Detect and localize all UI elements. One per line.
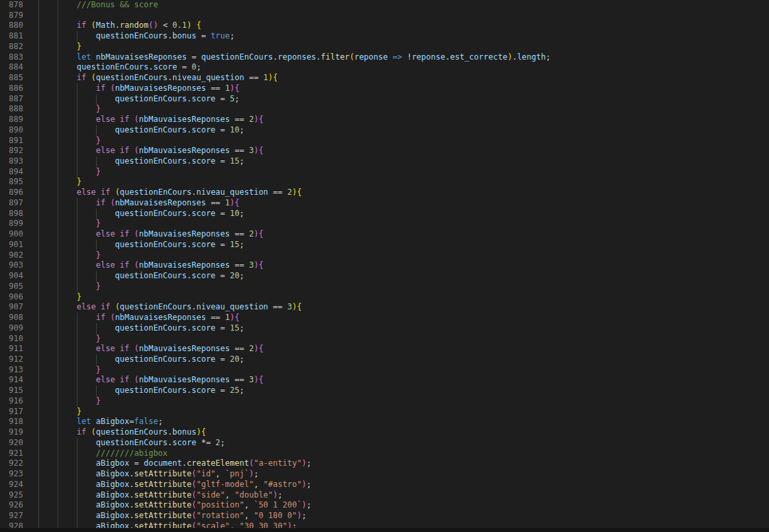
- code-line[interactable]: 899 }: [0, 219, 769, 229]
- line-number[interactable]: 889: [0, 115, 38, 125]
- line-number[interactable]: 895: [0, 177, 38, 187]
- line-number[interactable]: 926: [0, 500, 38, 511]
- code-text[interactable]: aBigbox.setAttribute("side", "double");: [38, 490, 769, 501]
- line-number[interactable]: 880: [0, 21, 38, 31]
- code-text[interactable]: }: [38, 104, 769, 115]
- code-text[interactable]: else if (nbMauvaisesReponses == 2){: [38, 344, 769, 354]
- code-text[interactable]: else if (nbMauvaisesReponses == 2){: [38, 229, 769, 240]
- line-number[interactable]: 900: [0, 229, 38, 240]
- code-line[interactable]: 920 questionEnCours.score *= 2;: [0, 438, 769, 449]
- code-line[interactable]: 885 if (questionEnCours.niveau_question …: [0, 73, 769, 83]
- code-text[interactable]: else if (nbMauvaisesReponses == 2){: [38, 115, 769, 125]
- code-text[interactable]: }: [38, 292, 769, 303]
- code-editor[interactable]: 878 ///Bonus && score879880 if (Math.ran…: [0, 0, 769, 532]
- code-text[interactable]: }: [38, 177, 769, 187]
- code-text[interactable]: aBigbox.setAttribute("position", `50 1 2…: [38, 500, 769, 511]
- line-number[interactable]: 911: [0, 344, 38, 354]
- code-text[interactable]: else if (nbMauvaisesReponses == 3){: [38, 146, 769, 156]
- code-line[interactable]: 922 aBigbox = document.createElement("a-…: [0, 458, 769, 469]
- code-line[interactable]: 918 let aBigbox=false;: [0, 417, 769, 427]
- code-text[interactable]: questionEnCours.score = 15;: [38, 240, 769, 250]
- line-number[interactable]: 903: [0, 260, 38, 271]
- code-line[interactable]: 923 aBigbox.setAttribute("id", `pnj`);: [0, 469, 769, 480]
- code-line[interactable]: 910 }: [0, 334, 769, 345]
- code-text[interactable]: aBigbox.setAttribute("id", `pnj`);: [38, 469, 769, 480]
- code-line[interactable]: 914 else if (nbMauvaisesReponses == 3){: [0, 375, 769, 386]
- code-line[interactable]: 887 questionEnCours.score = 5;: [0, 94, 769, 105]
- code-text[interactable]: questionEnCours.score = 0;: [38, 62, 769, 73]
- code-line[interactable]: 888 }: [0, 104, 769, 115]
- code-line[interactable]: 915 questionEnCours.score = 25;: [0, 386, 769, 396]
- code-line[interactable]: 916 }: [0, 396, 769, 407]
- line-number[interactable]: 882: [0, 42, 38, 52]
- code-line[interactable]: 890 questionEnCours.score = 10;: [0, 125, 769, 136]
- code-line[interactable]: 912 questionEnCours.score = 20;: [0, 354, 769, 365]
- line-number[interactable]: 896: [0, 187, 38, 198]
- code-text[interactable]: }: [38, 219, 769, 229]
- line-number[interactable]: 891: [0, 136, 38, 146]
- code-line[interactable]: 921 ////////abigbox: [0, 449, 769, 459]
- code-line[interactable]: 927 aBigbox.setAttribute("rotation", "0 …: [0, 511, 769, 521]
- line-number[interactable]: 893: [0, 156, 38, 167]
- line-number[interactable]: 916: [0, 396, 38, 407]
- line-number[interactable]: 914: [0, 375, 38, 386]
- code-text[interactable]: [38, 11, 769, 21]
- code-line[interactable]: 902 }: [0, 250, 769, 261]
- code-text[interactable]: else if (questionEnCours.niveau_question…: [38, 302, 769, 313]
- line-number[interactable]: 897: [0, 198, 38, 209]
- line-number[interactable]: 890: [0, 125, 38, 136]
- line-number[interactable]: 888: [0, 104, 38, 115]
- code-line[interactable]: 880 if (Math.random() < 0.1) {: [0, 21, 769, 31]
- code-line[interactable]: 894 }: [0, 167, 769, 178]
- code-line[interactable]: 886 if (nbMauvaisesReponses == 1){: [0, 83, 769, 94]
- code-text[interactable]: questionEnCours.score = 10;: [38, 209, 769, 219]
- code-line[interactable]: 897 if (nbMauvaisesReponses == 1){: [0, 198, 769, 209]
- code-line[interactable]: 900 else if (nbMauvaisesReponses == 2){: [0, 229, 769, 240]
- code-line[interactable]: 925 aBigbox.setAttribute("side", "double…: [0, 490, 769, 501]
- line-number[interactable]: 927: [0, 511, 38, 521]
- code-line[interactable]: 906 }: [0, 292, 769, 303]
- code-text[interactable]: }: [38, 167, 769, 178]
- code-text[interactable]: questionEnCours.score = 15;: [38, 156, 769, 167]
- code-text[interactable]: questionEnCours.score *= 2;: [38, 438, 769, 449]
- code-line[interactable]: 919 if (questionEnCours.bonus){: [0, 427, 769, 438]
- line-number[interactable]: 918: [0, 417, 38, 427]
- code-line[interactable]: 884 questionEnCours.score = 0;: [0, 62, 769, 73]
- code-text[interactable]: }: [38, 136, 769, 146]
- code-text[interactable]: }: [38, 396, 769, 407]
- code-text[interactable]: ///Bonus && score: [38, 0, 769, 11]
- code-line[interactable]: 913 }: [0, 365, 769, 376]
- horizontal-scrollbar[interactable]: [0, 528, 769, 532]
- code-line[interactable]: 903 else if (nbMauvaisesReponses == 3){: [0, 260, 769, 271]
- code-line[interactable]: 904 questionEnCours.score = 20;: [0, 271, 769, 282]
- line-number[interactable]: 921: [0, 449, 38, 459]
- line-number[interactable]: 925: [0, 490, 38, 501]
- code-text[interactable]: }: [38, 42, 769, 52]
- line-number[interactable]: 883: [0, 52, 38, 63]
- line-number[interactable]: 899: [0, 219, 38, 229]
- code-line[interactable]: 895 }: [0, 177, 769, 187]
- code-line[interactable]: 889 else if (nbMauvaisesReponses == 2){: [0, 115, 769, 125]
- line-number[interactable]: 898: [0, 209, 38, 219]
- code-text[interactable]: if (nbMauvaisesReponses == 1){: [38, 198, 769, 209]
- code-line[interactable]: 891 }: [0, 136, 769, 146]
- code-line[interactable]: 905 }: [0, 282, 769, 292]
- code-text[interactable]: questionEnCours.score = 25;: [38, 386, 769, 396]
- code-line[interactable]: 892 else if (nbMauvaisesReponses == 3){: [0, 146, 769, 156]
- code-text[interactable]: else if (nbMauvaisesReponses == 3){: [38, 260, 769, 271]
- line-number[interactable]: 887: [0, 94, 38, 105]
- code-line[interactable]: 909 questionEnCours.score = 15;: [0, 323, 769, 334]
- code-text[interactable]: questionEnCours.score = 5;: [38, 94, 769, 105]
- code-text[interactable]: let nbMauvaisesReponses = questionEnCour…: [38, 52, 769, 63]
- line-number[interactable]: 901: [0, 240, 38, 250]
- line-number[interactable]: 884: [0, 62, 38, 73]
- line-number[interactable]: 919: [0, 427, 38, 438]
- code-text[interactable]: }: [38, 365, 769, 376]
- code-line[interactable]: 881 questionEnCours.bonus = true;: [0, 31, 769, 42]
- line-number[interactable]: 912: [0, 354, 38, 365]
- code-line[interactable]: 893 questionEnCours.score = 15;: [0, 156, 769, 167]
- line-number[interactable]: 915: [0, 386, 38, 396]
- line-number[interactable]: 908: [0, 313, 38, 323]
- code-text[interactable]: let aBigbox=false;: [38, 417, 769, 427]
- line-number[interactable]: 907: [0, 302, 38, 313]
